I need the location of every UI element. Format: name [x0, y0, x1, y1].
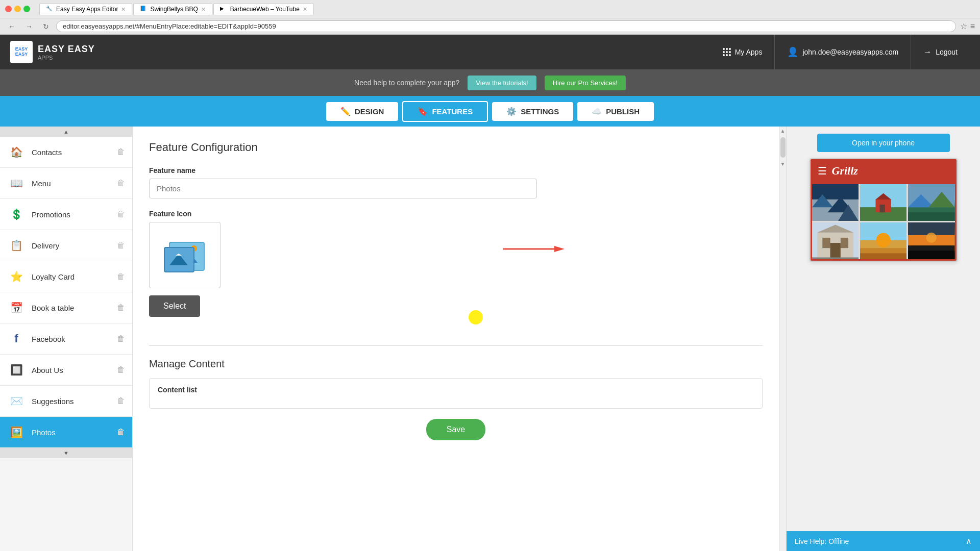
- content-list-header: Content list: [158, 386, 754, 394]
- design-icon: ✏️: [340, 107, 351, 116]
- page-layout: 🔧 Easy Easy Apps Editor ✕ 📘 SwingBellys …: [0, 0, 980, 551]
- refresh-button[interactable]: ↻: [40, 21, 52, 32]
- maximize-window-dot[interactable]: [23, 6, 30, 12]
- tab-barbecueweb[interactable]: ▶ BarbecueWeb – YouTube ✕: [213, 3, 314, 15]
- section-divider: [149, 345, 763, 346]
- sidebar-item-contacts[interactable]: 🏠 Contacts 🗑: [0, 137, 132, 168]
- scroll-up-arrow[interactable]: ▲: [780, 127, 786, 135]
- user-icon: 👤: [787, 46, 798, 58]
- promotions-icon: 💲: [7, 205, 26, 223]
- sidebar: ▲ 🏠 Contacts 🗑 📖 Menu 🗑 💲 Promotions 🗑 📋…: [0, 127, 133, 551]
- open-in-phone-button[interactable]: Open in your phone: [817, 134, 950, 152]
- tab-features[interactable]: 🔖 FEATURES: [402, 101, 488, 122]
- tab-label-2: SwingBellys BBQ: [150, 6, 198, 13]
- sidebar-item-facebook[interactable]: f Facebook 🗑: [0, 323, 132, 355]
- book-table-delete-icon[interactable]: 🗑: [117, 303, 125, 312]
- feature-icon-label: Feature Icon: [149, 210, 763, 218]
- book-table-icon: 📅: [7, 298, 26, 317]
- tab-design[interactable]: ✏️ DESIGN: [326, 102, 399, 121]
- menu-label: Menu: [32, 179, 111, 188]
- star-icon[interactable]: ☆: [960, 21, 967, 31]
- svg-point-32: [876, 233, 890, 247]
- address-bar-input[interactable]: editor.easyeasyapps.net/#MenuEntryPlace:…: [56, 20, 956, 32]
- pro-services-button[interactable]: Hire our Pro Services!: [545, 76, 626, 90]
- phone-menu-icon[interactable]: ☰: [818, 165, 827, 177]
- tab-publish[interactable]: ☁️ PUBLISH: [577, 102, 654, 121]
- sidebar-item-book-table[interactable]: 📅 Book a table 🗑: [0, 292, 132, 323]
- tab-easy-easy[interactable]: 🔧 Easy Easy Apps Editor ✕: [39, 3, 132, 15]
- photo-cell-2[interactable]: [860, 184, 906, 221]
- photos-label: Photos: [32, 428, 111, 437]
- photo-cell-1[interactable]: [812, 184, 859, 221]
- photo-cell-3[interactable]: [908, 184, 954, 221]
- sidebar-scroll-down[interactable]: ▼: [0, 448, 132, 458]
- contacts-icon: 🏠: [7, 143, 26, 161]
- menu-icon-browser[interactable]: ≡: [970, 22, 975, 31]
- delivery-label: Delivery: [32, 241, 111, 250]
- tab-close-3[interactable]: ✕: [303, 6, 307, 13]
- user-email-label: john.doe@easyeasyapps.com: [802, 48, 898, 56]
- minimize-window-dot[interactable]: [14, 6, 21, 12]
- loyalty-card-delete-icon[interactable]: 🗑: [117, 272, 125, 281]
- svg-rect-26: [840, 238, 848, 248]
- contacts-delete-icon[interactable]: 🗑: [117, 147, 125, 157]
- sidebar-scroll-up[interactable]: ▲: [0, 127, 132, 137]
- save-button[interactable]: Save: [426, 419, 485, 440]
- settings-label: SETTINGS: [521, 107, 559, 116]
- svg-rect-17: [879, 205, 885, 212]
- photo-cell-5[interactable]: [860, 222, 906, 259]
- header-right: My Apps 👤 john.doe@easyeasyapps.com → Lo…: [710, 35, 970, 69]
- scroll-thumb[interactable]: [780, 137, 786, 158]
- promotions-label: Promotions: [32, 210, 111, 219]
- feature-config-title: Feature Configuration: [149, 141, 763, 154]
- sidebar-item-about-us[interactable]: 🔲 About Us 🗑: [0, 355, 132, 386]
- cursor-dot: [469, 310, 483, 324]
- tab-swingbellys[interactable]: 📘 SwingBellys BBQ ✕: [133, 3, 212, 15]
- forward-button[interactable]: →: [22, 21, 36, 32]
- close-window-dot[interactable]: [5, 6, 12, 12]
- logo-area: EASYEASY EASY EASY APPS: [10, 41, 95, 63]
- sidebar-item-suggestions[interactable]: ✉️ Suggestions 🗑: [0, 386, 132, 417]
- tab-close-1[interactable]: ✕: [121, 6, 126, 13]
- sidebar-item-delivery[interactable]: 📋 Delivery 🗑: [0, 230, 132, 261]
- about-us-delete-icon[interactable]: 🗑: [117, 365, 125, 374]
- sidebar-item-photos[interactable]: 🖼️ Photos 🗑: [0, 417, 132, 448]
- about-us-icon: 🔲: [7, 361, 26, 379]
- tutorials-button[interactable]: View the tutorials!: [468, 76, 536, 90]
- facebook-delete-icon[interactable]: 🗑: [117, 334, 125, 343]
- tab-close-2[interactable]: ✕: [201, 6, 206, 13]
- sidebar-item-promotions[interactable]: 💲 Promotions 🗑: [0, 199, 132, 230]
- save-bar: Save: [149, 419, 763, 440]
- logout-icon: →: [923, 47, 932, 57]
- photo-cell-4[interactable]: [812, 222, 859, 259]
- tab-settings[interactable]: ⚙️ SETTINGS: [492, 102, 573, 121]
- photos-delete-icon[interactable]: 🗑: [117, 428, 125, 437]
- promotions-delete-icon[interactable]: 🗑: [117, 210, 125, 219]
- live-help-expand-icon[interactable]: ∧: [966, 536, 972, 546]
- my-apps-button[interactable]: My Apps: [710, 35, 775, 69]
- svg-point-38: [926, 233, 937, 243]
- loyalty-card-label: Loyalty Card: [32, 272, 111, 281]
- photo-cell-6[interactable]: [908, 222, 954, 259]
- user-email-button[interactable]: 👤 john.doe@easyeasyapps.com: [775, 35, 911, 69]
- live-help-text: Live Help: Offline: [795, 537, 849, 545]
- window-controls: [5, 6, 30, 12]
- back-button[interactable]: ←: [5, 21, 18, 32]
- svg-rect-34: [860, 253, 906, 259]
- browser-tabs: 🔧 Easy Easy Apps Editor ✕ 📘 SwingBellys …: [39, 3, 314, 15]
- loyalty-card-icon: ⭐: [7, 267, 26, 286]
- bookmark-icons: ☆ ≡: [960, 21, 975, 31]
- red-arrow-container: [503, 244, 565, 256]
- feature-name-input[interactable]: [149, 179, 537, 198]
- sidebar-item-loyalty-card[interactable]: ⭐ Loyalty Card 🗑: [0, 261, 132, 292]
- sidebar-item-menu[interactable]: 📖 Menu 🗑: [0, 168, 132, 199]
- select-button[interactable]: Select: [149, 295, 200, 317]
- logout-button[interactable]: → Logout: [911, 35, 970, 69]
- tab-favicon-1: 🔧: [46, 6, 53, 13]
- scroll-down-arrow[interactable]: ▼: [780, 160, 786, 168]
- delivery-delete-icon[interactable]: 🗑: [117, 241, 125, 250]
- menu-delete-icon[interactable]: 🗑: [117, 179, 125, 188]
- publish-icon: ☁️: [592, 107, 602, 116]
- suggestions-delete-icon[interactable]: 🗑: [117, 396, 125, 406]
- svg-rect-27: [830, 243, 840, 259]
